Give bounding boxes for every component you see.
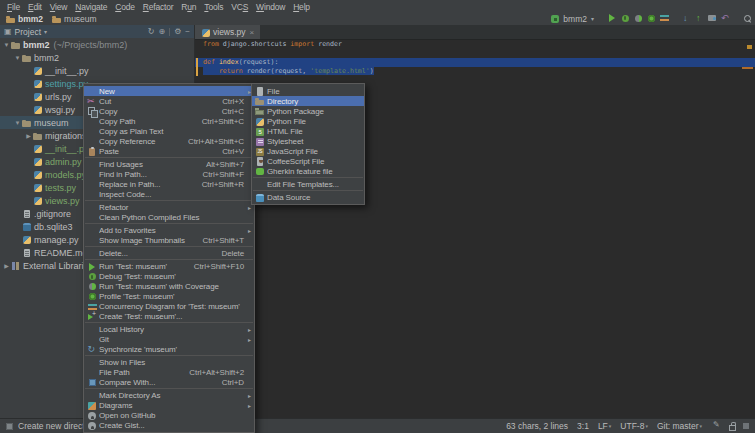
menu-window[interactable]: Window [252,2,289,12]
submenu-item[interactable]: File [252,86,364,96]
menu-vcs[interactable]: VCS [227,2,252,12]
menu-navigate[interactable]: Navigate [71,2,111,12]
toolbar-shelf-button[interactable] [707,13,716,24]
submenu-item[interactable]: Edit File Templates... [252,179,364,189]
chevron-right-icon[interactable]: ▶ [2,262,11,269]
toolbar-undo-button[interactable] [720,13,729,24]
sync-icon[interactable]: ↻ [148,27,155,36]
menu-help[interactable]: Help [289,2,314,12]
code-area[interactable]: from django.shortcuts import renderdef i… [195,40,755,76]
context-menu-item[interactable]: Refactor▸ [84,202,254,212]
toolbar-vcs-update-button[interactable] [681,13,690,24]
context-menu-item[interactable]: Copy PathCtrl+Shift+C [84,116,254,126]
context-menu-item[interactable]: Clean Python Compiled Files [84,212,254,222]
status-lock-button[interactable] [727,421,736,432]
menu-item-shortcut: Ctrl+Shift+T [203,236,244,245]
context-menu-item[interactable]: Concurrency Diagram for 'Test: museum' [84,301,254,311]
menu-separator [85,355,253,356]
submenu-item[interactable]: Gherkin feature file [252,166,364,176]
context-menu-item[interactable]: PasteCtrl+V [84,146,254,156]
tree-item-bmm2[interactable]: ▼bmm2(~/Projects/bmm2) [0,38,194,51]
settings-icon[interactable]: ⚙ [174,27,181,36]
context-menu-item[interactable]: Open on GitHub [84,410,254,420]
breadcrumb-item-museum[interactable]: museum [52,14,97,24]
context-menu-item[interactable]: Diagrams▸ [84,400,254,410]
chevron-down-icon[interactable]: ▾ [591,15,594,22]
toolbar-run-button[interactable] [607,13,616,24]
context-menu-item[interactable]: CopyCtrl+C [84,106,254,116]
selected-text: return render(request, 'template.html') [203,67,374,75]
menu-code[interactable]: Code [111,2,139,12]
context-menu-item[interactable]: Mark Directory As▸ [84,390,254,400]
tree-item--init-py[interactable]: __init__.py [0,64,194,77]
chevron-right-icon[interactable]: ▶ [24,132,33,139]
menu-item-label: Concurrency Diagram for 'Test: museum' [99,302,244,311]
breadcrumb-label: museum [64,14,97,24]
locate-icon[interactable]: ⊕ [158,27,165,36]
status-pen-button[interactable] [713,421,722,432]
context-menu-item[interactable]: Delete...Delete [84,248,254,258]
menu-file[interactable]: File [3,2,24,12]
chevron-down-icon[interactable]: ▼ [13,55,22,61]
context-menu-item[interactable]: Local History▸ [84,324,254,334]
status-segment[interactable]: UTF-8▾ [620,421,648,431]
submenu-item[interactable]: Python Package [252,106,364,116]
toolbar-search-button[interactable] [742,13,751,24]
chevron-down-icon[interactable]: ▾ [44,28,47,35]
context-menu-item[interactable]: New▸ [84,86,254,96]
toolbar-concurrency-button[interactable] [659,13,668,24]
menu-item-shortcut: Ctrl+Alt+Shift+C [188,137,244,146]
status-segment[interactable]: 63 chars, 2 lines [506,421,568,431]
menu-run[interactable]: Run [177,2,200,12]
menu-tools[interactable]: Tools [200,2,227,12]
context-menu-item[interactable]: CutCtrl+X [84,96,254,106]
chevron-down-icon[interactable]: ▼ [2,42,11,48]
run-config-selector[interactable]: bmm2 [563,14,587,24]
tab-views-py[interactable]: views.py × [195,25,260,39]
context-menu-item[interactable]: Copy as Plain Text [84,126,254,136]
context-menu-item[interactable]: Run 'Test: museum' with Coverage [84,281,254,291]
context-menu-item[interactable]: Replace in Path...Ctrl+Shift+R [84,179,254,189]
context-menu-item[interactable]: Create Gist... [84,420,254,430]
menu-edit[interactable]: Edit [24,2,46,12]
context-menu-item[interactable]: Create 'Test: museum'... [84,311,254,321]
context-menu-item[interactable]: Run 'Test: museum'Ctrl+Shift+F10 [84,261,254,271]
context-menu-item[interactable]: Inspect Code... [84,189,254,199]
submenu-item[interactable]: Directory [252,96,364,106]
context-menu-item[interactable]: Debug 'Test: museum' [84,271,254,281]
toolbar-profile-button[interactable] [646,13,655,24]
context-menu-item[interactable]: Copy ReferenceCtrl+Alt+Shift+C [84,136,254,146]
close-icon[interactable]: × [250,28,255,37]
toolbar-coverage-button[interactable] [633,13,642,24]
menu-view[interactable]: View [46,2,71,12]
status-theme-button[interactable] [741,421,750,432]
submenu-item[interactable]: JavaScript File [252,146,364,156]
breadcrumb-item-bmm2[interactable]: bmm2 [6,14,43,24]
context-menu-item[interactable]: Find in Path...Ctrl+Shift+F [84,169,254,179]
menu-separator [85,246,253,247]
context-menu-item[interactable]: Show in Files [84,357,254,367]
chevron-down-icon[interactable]: ▼ [13,120,22,126]
submenu-item[interactable]: Data Source [252,192,364,202]
submenu-item[interactable]: CoffeeScript File [252,156,364,166]
status-segment[interactable]: 3:1 [577,421,589,431]
context-menu-item[interactable]: Show Image ThumbnailsCtrl+Shift+T [84,235,254,245]
hide-icon[interactable]: − [185,27,190,36]
submenu-item[interactable]: Stylesheet [252,136,364,146]
tree-item-bmm2[interactable]: ▼bmm2 [0,51,194,64]
status-segment[interactable]: LF▾ [598,421,611,431]
submenu-item[interactable]: Python File [252,116,364,126]
context-menu-item[interactable]: Add to Favorites▸ [84,225,254,235]
context-menu-item[interactable]: Compare With...Ctrl+D [84,377,254,387]
menu-refactor[interactable]: Refactor [139,2,178,12]
context-menu-item[interactable]: File PathCtrl+Alt+Shift+2 [84,367,254,377]
context-menu-item[interactable]: Profile 'Test: museum' [84,291,254,301]
status-segment[interactable]: Git: master▾ [657,421,702,431]
toolbar-vcs-commit-button[interactable] [694,13,703,24]
menu-item-label: Run 'Test: museum' with Coverage [99,282,244,291]
context-menu-item[interactable]: Synchronize 'museum' [84,344,254,354]
context-menu-item[interactable]: Git▸ [84,334,254,344]
submenu-item[interactable]: HTML File [252,126,364,136]
toolbar-debug-button[interactable] [620,13,629,24]
context-menu-item[interactable]: Find UsagesAlt+Shift+7 [84,159,254,169]
